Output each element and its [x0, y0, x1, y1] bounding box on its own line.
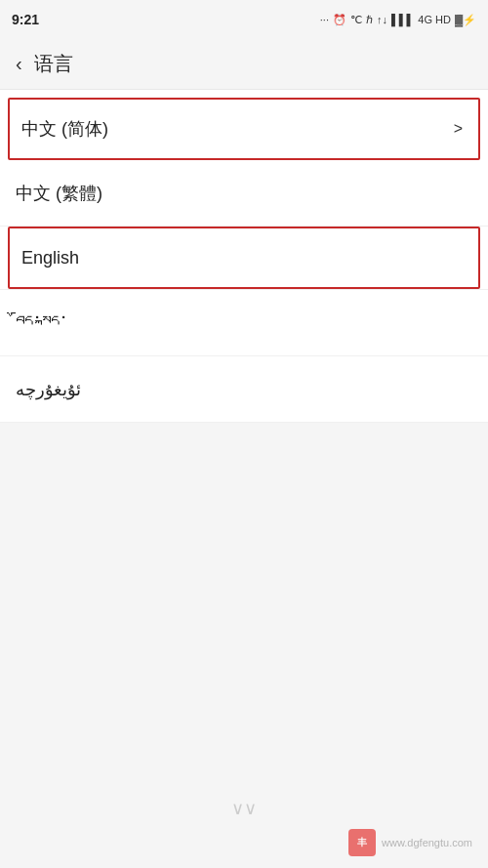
simplified-chinese-label: 中文 (简体): [21, 117, 108, 141]
battery-icon: ▓⚡: [455, 14, 476, 26]
watermark: 丰 www.dgfengtu.com: [348, 829, 472, 856]
watermark-logo: 丰: [348, 829, 376, 856]
uyghur-label: ئۇيغۇرچە: [16, 379, 81, 400]
chevron-right-icon: >: [454, 120, 463, 138]
traditional-chinese-label: 中文 (繁體): [16, 182, 102, 205]
language-item-traditional-chinese[interactable]: 中文 (繁體): [0, 160, 488, 227]
screen-rotate-icon: ℏ: [366, 14, 373, 26]
scroll-hint: ∨∨: [231, 798, 257, 819]
watermark-site: www.dgfengtu.com: [382, 837, 472, 848]
back-button[interactable]: ‹: [16, 53, 22, 75]
signal-strength-icon: ▌▌▌: [391, 14, 414, 25]
network-type-icon: 4G HD: [418, 14, 451, 25]
simplified-chinese-wrapper: > 中文 (简体): [0, 90, 488, 160]
english-wrapper: English: [0, 227, 488, 290]
signal-dots-icon: ···: [320, 14, 329, 25]
status-bar: 9:21 ··· ⏰ ℃ ℏ ↑↓ ▌▌▌ 4G HD ▓⚡: [0, 0, 488, 39]
tibetan-label: བོད་སྐད་: [16, 312, 68, 333]
english-label: English: [21, 248, 79, 269]
language-item-uyghur[interactable]: ئۇيغۇرچە: [0, 356, 488, 423]
temp-icon: ℃: [350, 14, 362, 26]
data-transfer-icon: ↑↓: [377, 14, 387, 25]
language-item-simplified-chinese[interactable]: > 中文 (简体): [8, 98, 480, 160]
alarm-icon: ⏰: [333, 14, 346, 26]
title-bar: ‹ 语言: [0, 39, 488, 90]
status-time: 9:21: [12, 12, 39, 27]
language-item-english[interactable]: English: [8, 227, 480, 289]
language-list: > 中文 (简体) 中文 (繁體) English བོད་སྐད་ ئۇيغۇ…: [0, 90, 488, 423]
status-icons: ··· ⏰ ℃ ℏ ↑↓ ▌▌▌ 4G HD ▓⚡: [320, 14, 476, 26]
page-title: 语言: [34, 51, 73, 77]
language-item-tibetan[interactable]: བོད་སྐད་: [0, 290, 488, 356]
